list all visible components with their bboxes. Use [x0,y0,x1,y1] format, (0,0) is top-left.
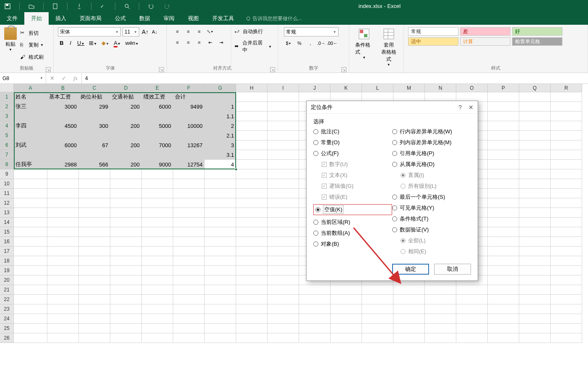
cell-K21[interactable] [330,285,362,295]
cell-I1[interactable] [268,92,299,102]
redo-icon[interactable] [163,2,171,10]
cell-A19[interactable] [14,266,47,275]
cell-C1[interactable]: 岗位补贴 [79,92,110,102]
new-icon[interactable] [51,2,60,10]
cell-I12[interactable] [268,198,299,208]
cell-D23[interactable] [110,304,142,314]
row-header-3[interactable]: 3 [0,112,14,121]
row-header-7[interactable]: 7 [0,150,14,160]
style-neutral[interactable]: 适中 [408,37,458,46]
cell-I10[interactable] [268,179,299,189]
cell-J24[interactable] [299,314,330,324]
cell-P7[interactable] [488,150,519,160]
cell-P12[interactable] [488,198,519,208]
cell-M24[interactable] [393,314,425,324]
row-header-18[interactable]: 18 [0,256,14,266]
cell-A21[interactable] [14,285,47,295]
cell-M23[interactable] [393,304,425,314]
cell-H25[interactable] [236,324,268,333]
cell-B24[interactable] [47,314,79,324]
row-header-6[interactable]: 6 [0,140,14,150]
cell-G20[interactable] [205,275,236,285]
col-header-C[interactable]: C [79,84,110,92]
cell-I23[interactable] [268,304,299,314]
row-header-24[interactable]: 24 [0,314,14,324]
col-header-G[interactable]: G [205,84,236,92]
cell-G21[interactable] [205,285,236,295]
cell-F21[interactable] [173,285,205,295]
cell-R6[interactable] [551,140,582,150]
cell-D19[interactable] [110,266,142,275]
cell-E19[interactable] [142,266,173,275]
cell-R22[interactable] [551,295,582,304]
cell-D21[interactable] [110,285,142,295]
cell-R2[interactable] [551,102,582,112]
cell-G13[interactable] [205,208,236,218]
cell-F16[interactable] [173,237,205,247]
cell-A14[interactable] [14,218,47,227]
save-icon[interactable] [3,2,12,10]
cell-F15[interactable] [173,227,205,237]
cell-D5[interactable] [110,131,142,140]
cell-D20[interactable] [110,275,142,285]
cell-A9[interactable] [14,169,47,179]
cell-H7[interactable] [236,150,268,160]
cell-K26[interactable] [330,333,362,343]
cell-P15[interactable] [488,227,519,237]
cell-F12[interactable] [173,198,205,208]
cell-F5[interactable] [173,131,205,140]
cell-Q11[interactable] [519,189,551,198]
align-launcher[interactable]: ↘ [270,67,275,72]
cell-A3[interactable] [14,112,47,121]
cell-D15[interactable] [110,227,142,237]
cell-M22[interactable] [393,295,425,304]
cell-Q25[interactable] [519,324,551,333]
row-header-19[interactable]: 19 [0,266,14,275]
cell-O25[interactable] [456,324,488,333]
formula-input[interactable]: 4 [82,73,588,83]
border-button[interactable]: ⊞▼ [87,39,99,47]
cell-A11[interactable] [14,189,47,198]
cell-E24[interactable] [142,314,173,324]
cell-H26[interactable] [236,333,268,343]
cell-E8[interactable]: 9000 [142,160,173,169]
cell-Q22[interactable] [519,295,551,304]
tab-developer[interactable]: 开发工具 [206,12,241,25]
cell-O21[interactable] [456,285,488,295]
increase-indent-icon[interactable]: ⇥ [216,38,226,47]
cell-A18[interactable] [14,256,47,266]
cell-R9[interactable] [551,169,582,179]
cell-I2[interactable] [268,102,299,112]
cell-Q1[interactable] [519,92,551,102]
cell-J22[interactable] [299,295,330,304]
style-good[interactable]: 好 [512,27,562,36]
cell-P11[interactable] [488,189,519,198]
cell-H24[interactable] [236,314,268,324]
decrease-font-icon[interactable]: A↓ [151,29,158,34]
cell-I20[interactable] [268,275,299,285]
cell-Q18[interactable] [519,256,551,266]
cell-H6[interactable] [236,140,268,150]
col-header-A[interactable]: A [14,84,47,92]
cell-P18[interactable] [488,256,519,266]
cell-D13[interactable] [110,208,142,218]
cell-R26[interactable] [551,333,582,343]
cell-M25[interactable] [393,324,425,333]
cell-C9[interactable] [79,169,110,179]
cell-P9[interactable] [488,169,519,179]
cell-Q5[interactable] [519,131,551,140]
cell-O22[interactable] [456,295,488,304]
cancel-button[interactable]: 取消 [434,264,471,275]
col-header-H[interactable]: H [236,84,268,92]
cell-I5[interactable] [268,131,299,140]
tab-file[interactable]: 文件 [0,12,24,25]
cell-N21[interactable] [425,285,456,295]
font-size-combo[interactable]: 11▼ [122,27,139,36]
cell-H12[interactable] [236,198,268,208]
tab-data[interactable]: 数据 [133,12,157,25]
cell-D4[interactable]: 200 [110,121,142,131]
cell-P17[interactable] [488,247,519,256]
row-header-14[interactable]: 14 [0,218,14,227]
cell-F14[interactable] [173,218,205,227]
cell-G15[interactable] [205,227,236,237]
